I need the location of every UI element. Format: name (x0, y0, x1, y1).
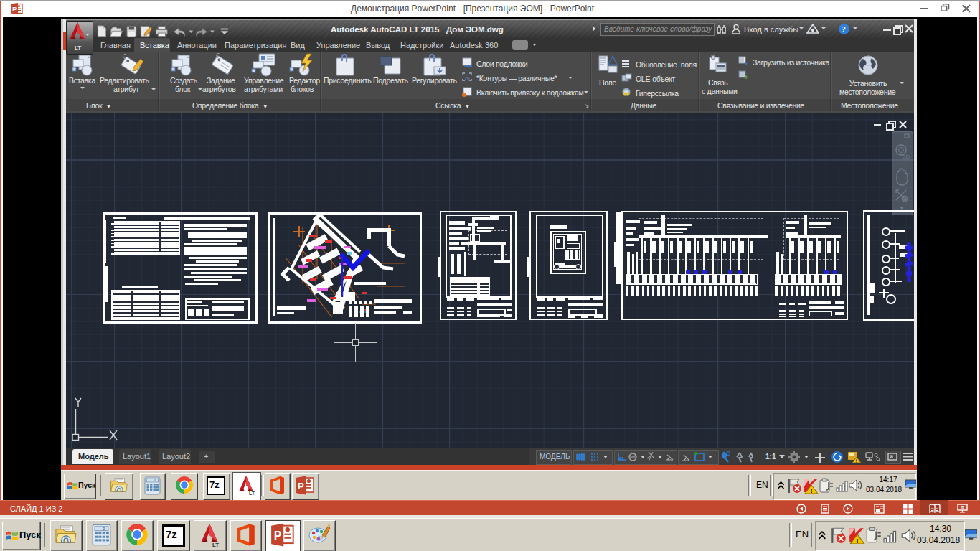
svg-text:?: ? (842, 24, 846, 34)
svg-text:0: 0 (103, 527, 105, 531)
svg-text:P: P (12, 5, 17, 13)
svg-text:!: ! (855, 458, 857, 463)
svg-text:(1): (1) (465, 77, 470, 81)
svg-text:P: P (274, 529, 282, 542)
svg-text:!: ! (856, 537, 858, 544)
svg-text:P: P (298, 481, 304, 491)
svg-text:!: ! (810, 487, 812, 494)
